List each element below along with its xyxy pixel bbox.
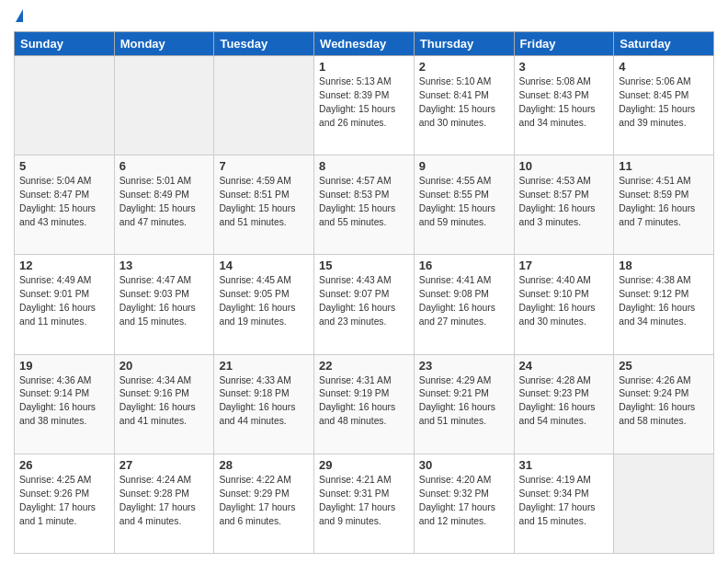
day-number: 9: [419, 159, 509, 173]
day-info: Sunrise: 4:51 AMSunset: 8:59 PMDaylight:…: [619, 175, 709, 230]
day-number: 20: [119, 359, 210, 373]
day-number: 25: [619, 359, 709, 373]
day-number: 1: [319, 60, 409, 74]
day-info: Sunrise: 4:38 AMSunset: 9:12 PMDaylight:…: [619, 274, 709, 329]
day-info: Sunrise: 4:21 AMSunset: 9:31 PMDaylight:…: [319, 474, 409, 529]
column-header-friday: Friday: [514, 32, 614, 56]
calendar-cell: 13Sunrise: 4:47 AMSunset: 9:03 PMDayligh…: [114, 255, 214, 354]
page: SundayMondayTuesdayWednesdayThursdayFrid…: [0, 0, 728, 563]
calendar-cell: 22Sunrise: 4:31 AMSunset: 9:19 PMDayligh…: [314, 354, 415, 454]
day-number: 22: [319, 359, 409, 373]
day-info: Sunrise: 4:26 AMSunset: 9:24 PMDaylight:…: [619, 374, 709, 430]
day-number: 19: [19, 359, 109, 373]
day-info: Sunrise: 5:01 AMSunset: 8:49 PMDaylight:…: [119, 175, 210, 230]
calendar-cell: 15Sunrise: 4:43 AMSunset: 9:07 PMDayligh…: [314, 255, 415, 354]
column-header-sunday: Sunday: [15, 32, 115, 56]
day-number: 29: [319, 458, 409, 472]
calendar-cell: 16Sunrise: 4:41 AMSunset: 9:08 PMDayligh…: [414, 255, 514, 354]
calendar-cell: 12Sunrise: 4:49 AMSunset: 9:01 PMDayligh…: [15, 255, 115, 354]
day-info: Sunrise: 4:57 AMSunset: 8:53 PMDaylight:…: [319, 175, 409, 230]
day-number: 23: [419, 359, 509, 373]
day-number: 26: [19, 458, 109, 472]
calendar-cell: 4Sunrise: 5:06 AMSunset: 8:45 PMDaylight…: [614, 56, 714, 155]
day-info: Sunrise: 4:53 AMSunset: 8:57 PMDaylight:…: [519, 175, 609, 230]
column-header-saturday: Saturday: [614, 32, 714, 56]
day-info: Sunrise: 4:33 AMSunset: 9:18 PMDaylight:…: [219, 374, 309, 430]
day-number: 21: [219, 359, 309, 373]
day-number: 30: [419, 458, 509, 472]
logo: [14, 9, 23, 24]
day-number: 14: [219, 259, 309, 272]
calendar-cell: 23Sunrise: 4:29 AMSunset: 9:21 PMDayligh…: [414, 354, 514, 454]
day-number: 28: [219, 458, 309, 472]
column-header-monday: Monday: [114, 32, 214, 56]
header: [14, 9, 714, 24]
calendar-cell: 21Sunrise: 4:33 AMSunset: 9:18 PMDayligh…: [214, 354, 314, 454]
day-number: 13: [119, 259, 210, 272]
calendar-cell: 25Sunrise: 4:26 AMSunset: 9:24 PMDayligh…: [614, 354, 714, 454]
day-info: Sunrise: 4:49 AMSunset: 9:01 PMDaylight:…: [19, 274, 109, 329]
day-number: 2: [419, 60, 509, 74]
calendar-cell: 30Sunrise: 4:20 AMSunset: 9:32 PMDayligh…: [414, 454, 514, 553]
day-number: 5: [19, 159, 109, 173]
calendar-cell: 20Sunrise: 4:34 AMSunset: 9:16 PMDayligh…: [114, 354, 214, 454]
calendar-cell: 17Sunrise: 4:40 AMSunset: 9:10 PMDayligh…: [514, 255, 614, 354]
calendar-cell: 1Sunrise: 5:13 AMSunset: 8:39 PMDaylight…: [314, 56, 415, 155]
calendar-week-row: 26Sunrise: 4:25 AMSunset: 9:26 PMDayligh…: [15, 454, 714, 553]
day-info: Sunrise: 4:28 AMSunset: 9:23 PMDaylight:…: [519, 374, 609, 430]
day-info: Sunrise: 5:10 AMSunset: 8:41 PMDaylight:…: [419, 75, 509, 131]
calendar-cell: [15, 56, 115, 155]
day-info: Sunrise: 4:36 AMSunset: 9:14 PMDaylight:…: [19, 374, 109, 430]
calendar-week-row: 5Sunrise: 5:04 AMSunset: 8:47 PMDaylight…: [15, 155, 714, 255]
calendar-week-row: 12Sunrise: 4:49 AMSunset: 9:01 PMDayligh…: [15, 255, 714, 354]
day-info: Sunrise: 4:20 AMSunset: 9:32 PMDaylight:…: [419, 474, 509, 529]
calendar-cell: 26Sunrise: 4:25 AMSunset: 9:26 PMDayligh…: [15, 454, 115, 553]
day-info: Sunrise: 4:43 AMSunset: 9:07 PMDaylight:…: [319, 274, 409, 329]
calendar-cell: 31Sunrise: 4:19 AMSunset: 9:34 PMDayligh…: [514, 454, 614, 553]
calendar-cell: 27Sunrise: 4:24 AMSunset: 9:28 PMDayligh…: [114, 454, 214, 553]
day-number: 18: [619, 259, 709, 272]
calendar-header-row: SundayMondayTuesdayWednesdayThursdayFrid…: [15, 32, 714, 56]
day-info: Sunrise: 4:59 AMSunset: 8:51 PMDaylight:…: [219, 175, 309, 230]
day-number: 27: [119, 458, 210, 472]
calendar-cell: 2Sunrise: 5:10 AMSunset: 8:41 PMDaylight…: [414, 56, 514, 155]
calendar-cell: 3Sunrise: 5:08 AMSunset: 8:43 PMDaylight…: [514, 56, 614, 155]
calendar-cell: [114, 56, 214, 155]
calendar-cell: [214, 56, 314, 155]
day-number: 6: [119, 159, 210, 173]
calendar-cell: 29Sunrise: 4:21 AMSunset: 9:31 PMDayligh…: [314, 454, 415, 553]
day-number: 8: [319, 159, 409, 173]
calendar-cell: 10Sunrise: 4:53 AMSunset: 8:57 PMDayligh…: [514, 155, 614, 255]
day-number: 24: [519, 359, 609, 373]
column-header-wednesday: Wednesday: [314, 32, 415, 56]
day-number: 31: [519, 458, 609, 472]
calendar-cell: 5Sunrise: 5:04 AMSunset: 8:47 PMDaylight…: [15, 155, 115, 255]
calendar-table: SundayMondayTuesdayWednesdayThursdayFrid…: [14, 31, 714, 554]
calendar-week-row: 1Sunrise: 5:13 AMSunset: 8:39 PMDaylight…: [15, 56, 714, 155]
day-number: 7: [219, 159, 309, 173]
column-header-thursday: Thursday: [414, 32, 514, 56]
calendar-cell: 6Sunrise: 5:01 AMSunset: 8:49 PMDaylight…: [114, 155, 214, 255]
day-info: Sunrise: 4:22 AMSunset: 9:29 PMDaylight:…: [219, 474, 309, 529]
calendar-cell: [614, 454, 714, 553]
day-info: Sunrise: 4:29 AMSunset: 9:21 PMDaylight:…: [419, 374, 509, 430]
day-number: 3: [519, 60, 609, 74]
day-number: 15: [319, 259, 409, 272]
calendar-cell: 18Sunrise: 4:38 AMSunset: 9:12 PMDayligh…: [614, 255, 714, 354]
calendar-week-row: 19Sunrise: 4:36 AMSunset: 9:14 PMDayligh…: [15, 354, 714, 454]
calendar-cell: 24Sunrise: 4:28 AMSunset: 9:23 PMDayligh…: [514, 354, 614, 454]
day-number: 12: [19, 259, 109, 272]
calendar-cell: 28Sunrise: 4:22 AMSunset: 9:29 PMDayligh…: [214, 454, 314, 553]
calendar-cell: 8Sunrise: 4:57 AMSunset: 8:53 PMDaylight…: [314, 155, 415, 255]
day-number: 17: [519, 259, 609, 272]
day-info: Sunrise: 4:40 AMSunset: 9:10 PMDaylight:…: [519, 274, 609, 329]
day-info: Sunrise: 4:41 AMSunset: 9:08 PMDaylight:…: [419, 274, 509, 329]
day-info: Sunrise: 4:45 AMSunset: 9:05 PMDaylight:…: [219, 274, 309, 329]
day-number: 16: [419, 259, 509, 272]
calendar-cell: 9Sunrise: 4:55 AMSunset: 8:55 PMDaylight…: [414, 155, 514, 255]
day-info: Sunrise: 5:06 AMSunset: 8:45 PMDaylight:…: [619, 75, 709, 131]
day-info: Sunrise: 4:24 AMSunset: 9:28 PMDaylight:…: [119, 474, 210, 529]
day-info: Sunrise: 4:55 AMSunset: 8:55 PMDaylight:…: [419, 175, 509, 230]
day-info: Sunrise: 5:08 AMSunset: 8:43 PMDaylight:…: [519, 75, 609, 131]
day-info: Sunrise: 5:13 AMSunset: 8:39 PMDaylight:…: [319, 75, 409, 131]
